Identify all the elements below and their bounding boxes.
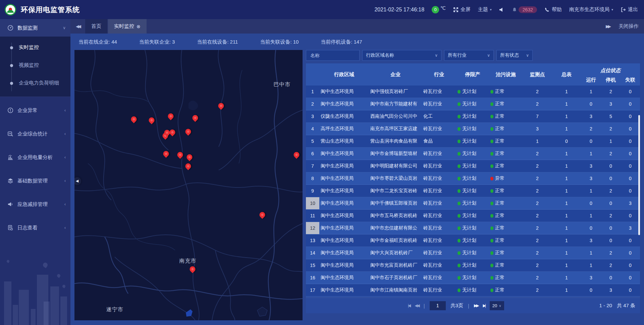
table-row[interactable]: 16 阆中生态环境局 阆中市石子页岩机砖厂 砖瓦行业 无计划 正常 2 1 3 …: [306, 272, 640, 284]
row-running-count: 2: [581, 126, 601, 131]
table-row[interactable]: 12 阆中生态环境局 阆中市忠信建材有限公 砖瓦行业 无计划 正常 2 1 0 …: [306, 222, 640, 234]
table-row[interactable]: 11 阆中生态环境局 阆中市五马桥页岩机砖 砖瓦行业 无计划 正常 2 1 1 …: [306, 210, 640, 222]
row-industry: 砖瓦行业: [422, 101, 456, 107]
row-region: 阆中生态环境局: [319, 287, 369, 293]
next-page-icon[interactable]: ▶▶: [474, 303, 478, 308]
table-row[interactable]: 1 阆中生态环境局 阆中强锐页岩砖厂 砖瓦行业 无计划 正常 2 1 1 2 0: [306, 86, 640, 98]
column-header-stopped: 停机: [601, 74, 621, 86]
status-filter-select[interactable]: 所有状态 ∨: [496, 50, 533, 61]
sidebar-item-realtime-monitor[interactable]: 实时监控: [0, 39, 70, 56]
table-row[interactable]: 2 阆中生态环境局 阆中市南方节能建材有 砖瓦行业 无计划 正常 2 1 0 3…: [306, 98, 640, 110]
city-label-bazhong: 巴中市: [273, 81, 290, 88]
sidebar-item-power-load-detail[interactable]: 企业电力负荷明细: [0, 74, 70, 92]
table-scrollbar[interactable]: [638, 115, 640, 235]
page-size-select[interactable]: 20 ∨: [490, 301, 504, 310]
close-operations-button[interactable]: 关闭操作: [619, 23, 639, 30]
table-row[interactable]: 5 营山生态环境局 营山县润丰肉食品有限 食品 无计划 正常 1 0 0 1 0: [306, 135, 640, 148]
page-number-input[interactable]: 1: [430, 301, 446, 310]
table-row[interactable]: 15 阆中生态环境局 阆中市光富页岩机砖厂 砖瓦行业 无计划 正常 2 1 1 …: [306, 259, 640, 272]
table-row[interactable]: 18 南部生态环境局 南部县兴华水泥有限公 建材加工 无计划 正常 6 0 0 …: [306, 296, 640, 297]
name-filter[interactable]: [306, 50, 360, 61]
sidebar-item-base-data[interactable]: 基础数据管理 ‹: [0, 172, 70, 189]
help-label: 帮助: [552, 6, 562, 13]
sidebar-item-power-analysis[interactable]: 企业用电量分析 ‹: [0, 149, 70, 166]
chevron-down-icon: ▾: [611, 8, 613, 11]
table-row[interactable]: 3 仪陇生态环境局 西南油气田分公司川中 化工 无计划 正常 7 1 3 5 0: [306, 110, 640, 123]
row-company: 阆中市枣碧大梁山页岩: [369, 175, 422, 181]
last-page-icon[interactable]: ▶|: [483, 303, 485, 308]
row-total-meters: 0: [552, 139, 581, 144]
tabs-scroll-left-icon[interactable]: ◀◀: [70, 24, 85, 29]
chevron-down-icon: ▾: [490, 8, 492, 11]
row-stopped-count: 5: [601, 114, 621, 119]
row-company: 阆中明阳建材有限公司: [369, 163, 422, 169]
table-row[interactable]: 6 阆中生态环境局 阆中市金博瑞新型墙材 砖瓦行业 无计划 正常 2 1 1 2…: [306, 148, 640, 160]
enterprise-panel: 行政区域名称 ∨ 所有行业 ∨ 所有状态 ∨: [306, 50, 640, 320]
previous-page-icon[interactable]: ◀◀: [415, 303, 419, 308]
sidebar-item-label: 企业综合统计: [17, 131, 48, 137]
row-monitor-points: 2: [523, 238, 552, 243]
row-total-meters: 1: [552, 275, 581, 280]
row-monitor-points: 2: [523, 101, 552, 107]
sidebar-item-label: 应急减排管理: [17, 201, 48, 208]
close-icon[interactable]: ⊗: [137, 24, 141, 29]
table-row[interactable]: 8 阆中生态环境局 阆中市枣碧大梁山页岩 砖瓦行业 无计划 异常 2 1 3 0…: [306, 172, 640, 185]
row-monitor-points: 2: [523, 263, 552, 268]
sidebar-item-video-monitor[interactable]: 视频监控: [0, 56, 70, 74]
chevron-down-icon: ∨: [499, 304, 501, 308]
row-stopped-count: 2: [601, 126, 621, 131]
theme-dropdown[interactable]: 主题 ▾: [478, 6, 492, 13]
table-row[interactable]: 7 阆中生态环境局 阆中明阳建材有限公司 砖瓦行业 无计划 正常 2 1 3 0…: [306, 160, 640, 172]
first-page-icon[interactable]: |◀: [408, 303, 410, 308]
status-dot-limit: [458, 102, 461, 106]
row-stopped-count: 2: [601, 213, 621, 218]
row-industry: 砖瓦行业: [422, 275, 456, 281]
tab-label: 实时监控: [114, 23, 134, 30]
tab-realtime-monitor[interactable]: 实时监控 ⊗: [108, 19, 147, 34]
table-row[interactable]: 17 阆中生态环境局 阆中市江南镇阆南页岩 砖瓦行业 无计划 正常 2 1 0 …: [306, 284, 640, 296]
row-index: 9: [306, 185, 319, 197]
row-company: 阆中千佛镇五郎垭页岩: [369, 200, 422, 206]
stat-offline-enterprises: 当前失联企业:3: [139, 39, 175, 45]
status-dot-limit: [458, 226, 461, 230]
row-running-count: 1: [581, 188, 601, 194]
mute-button[interactable]: [499, 7, 504, 12]
column-header-region: 行政区域: [319, 63, 369, 86]
city-label-nanchong: 南充市: [179, 257, 196, 264]
region-filter-select[interactable]: 行政区域名称 ∨: [362, 50, 441, 61]
row-total-meters: 1: [552, 225, 581, 231]
row-running-count: 3: [581, 114, 601, 119]
org-dropdown[interactable]: 南充市生态环境局 ▾: [569, 6, 613, 13]
fullscreen-button[interactable]: 全屏: [453, 6, 471, 13]
table-row[interactable]: 9 阆中生态环境局 阆中市二龙长宝页岩砖 砖瓦行业 无计划 正常 2 1 1 2…: [306, 185, 640, 197]
table-row[interactable]: 10 阆中生态环境局 阆中千佛镇五郎垭页岩 砖瓦行业 无计划 正常 2 1 0 …: [306, 197, 640, 210]
tab-home[interactable]: 首页: [85, 19, 107, 34]
row-industry: 砖瓦行业: [422, 262, 456, 268]
name-filter-input[interactable]: [310, 52, 356, 58]
row-region: 营山生态环境局: [319, 138, 369, 144]
tabs-scroll-right-icon[interactable]: ▶▶: [606, 24, 610, 29]
help-button[interactable]: 帮助: [544, 6, 562, 13]
notification-area[interactable]: 2632: [512, 6, 537, 13]
row-lost-count: 0: [621, 238, 640, 243]
logout-button[interactable]: 退出: [621, 6, 638, 13]
table-row[interactable]: 14 阆中生态环境局 阆中大兴页岩机砖厂 砖瓦行业 无计划 正常 2 1 1 2…: [306, 247, 640, 259]
table-body[interactable]: 1 阆中生态环境局 阆中强锐页岩砖厂 砖瓦行业 无计划 正常 2 1 1 2 0…: [306, 86, 640, 297]
region-filter-value: 行政区域名称: [366, 52, 394, 58]
total-count-label: 共 47 条: [617, 303, 635, 309]
row-stopped-count: 0: [601, 225, 621, 231]
map-panel[interactable]: 巴中市 南充市 遂宁市 ◀: [74, 50, 303, 320]
sidebar-item-enterprise-abnormal[interactable]: 企业异常 ‹: [0, 102, 70, 119]
status-dot-facility: [490, 264, 493, 267]
sidebar-item-emergency-reduction[interactable]: 应急减排管理 ‹: [0, 196, 70, 213]
chevron-left-icon: ‹: [64, 155, 66, 160]
status-dot-limit: [458, 189, 461, 193]
table-row[interactable]: 4 高坪生态环境局 南充市高坪区王家店建 砖瓦行业 无计划 正常 3 1 2 2…: [306, 123, 640, 135]
industry-filter-select[interactable]: 所有行业 ∨: [444, 50, 494, 61]
sidebar-item-enterprise-stats[interactable]: 企业综合统计 ‹: [0, 125, 70, 143]
sidebar: 数据监测 ∨ 实时监控 视频监控 企业电力负荷明细 企业异常 ‹ 企业综合统计 …: [0, 19, 70, 325]
sidebar-item-data-monitor[interactable]: 数据监测 ∨: [0, 19, 70, 37]
app-title: 环保用电监管系统: [21, 5, 80, 14]
table-row[interactable]: 13 阆中生态环境局 阆中市金福旺页岩机砖 砖瓦行业 无计划 正常 2 1 3 …: [306, 234, 640, 247]
sidebar-item-log-view[interactable]: 日志查看 ‹: [0, 219, 70, 236]
